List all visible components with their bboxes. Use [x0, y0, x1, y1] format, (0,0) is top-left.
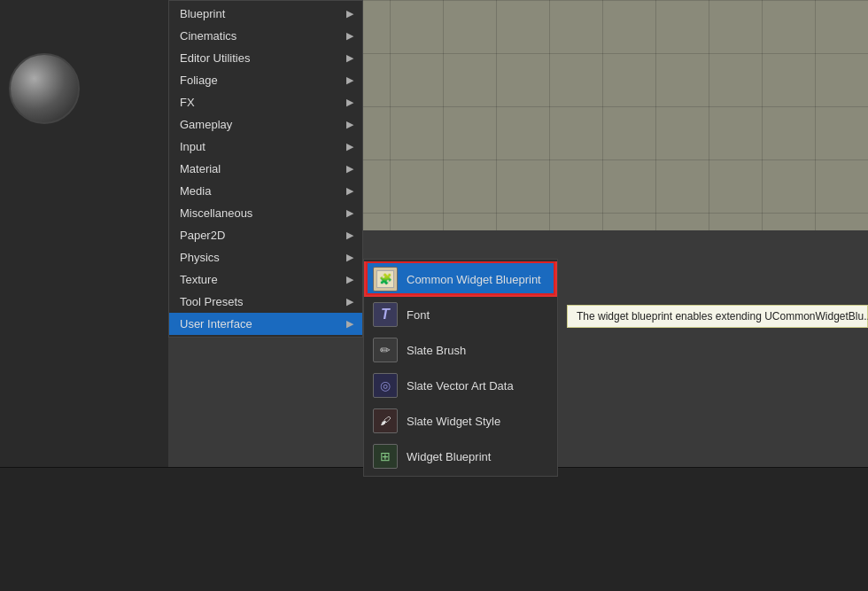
menu-item-cinematics[interactable]: Cinematics ▶	[169, 25, 362, 47]
arrow-icon: ▶	[346, 74, 353, 86]
menu-item-material[interactable]: Material ▶	[169, 158, 362, 180]
common-widget-blueprint-icon	[373, 267, 398, 292]
submenu-user-interface: Common Widget Blueprint Font Slate Brush…	[363, 259, 558, 477]
arrow-icon: ▶	[346, 141, 353, 152]
tooltip: The widget blueprint enables extending U…	[567, 305, 868, 328]
arrow-icon: ▶	[346, 229, 353, 241]
menu-item-media[interactable]: Media ▶	[169, 180, 362, 202]
arrow-icon: ▶	[346, 252, 353, 263]
menu-item-fx[interactable]: FX ▶	[169, 91, 362, 113]
font-icon	[373, 302, 398, 327]
widget-blueprint-icon	[373, 444, 398, 469]
arrow-icon: ▶	[346, 30, 353, 42]
arrow-icon: ▶	[346, 52, 353, 64]
slate-vector-icon	[373, 373, 398, 398]
arrow-icon: ▶	[346, 185, 353, 197]
arrow-icon: ▶	[346, 274, 353, 285]
main-menu: Blueprint ▶ Cinematics ▶ Editor Utilitie…	[168, 0, 363, 338]
arrow-icon: ▶	[346, 318, 353, 330]
menu-item-foliage[interactable]: Foliage ▶	[169, 69, 362, 91]
menu-item-miscellaneous[interactable]: Miscellaneous ▶	[169, 202, 362, 224]
arrow-icon: ▶	[346, 97, 353, 108]
submenu-item-font[interactable]: Font	[364, 297, 557, 332]
slate-brush-icon	[373, 338, 398, 362]
menu-item-input[interactable]: Input ▶	[169, 136, 362, 158]
menu-item-tool-presets[interactable]: Tool Presets ▶	[169, 291, 362, 313]
bottom-panel	[0, 467, 868, 591]
arrow-icon: ▶	[346, 296, 353, 307]
menu-item-editor-utilities[interactable]: Editor Utilities ▶	[169, 47, 362, 69]
menu-item-physics[interactable]: Physics ▶	[169, 246, 362, 268]
submenu-item-common-widget-blueprint[interactable]: Common Widget Blueprint	[364, 261, 557, 297]
submenu-item-widget-blueprint[interactable]: Widget Blueprint	[364, 439, 557, 474]
menu-item-gameplay[interactable]: Gameplay ▶	[169, 113, 362, 136]
submenu-item-slate-vector-art[interactable]: Slate Vector Art Data	[364, 368, 557, 403]
menu-item-user-interface[interactable]: User Interface ▶	[169, 313, 362, 335]
scene-object	[9, 53, 80, 124]
submenu-item-slate-widget-style[interactable]: Slate Widget Style	[364, 403, 557, 439]
arrow-icon: ▶	[346, 119, 353, 130]
arrow-icon: ▶	[346, 207, 353, 219]
arrow-icon: ▶	[346, 163, 353, 175]
menu-item-texture[interactable]: Texture ▶	[169, 268, 362, 291]
submenu-item-slate-brush[interactable]: Slate Brush	[364, 332, 557, 368]
menu-item-paper2d[interactable]: Paper2D ▶	[169, 224, 362, 246]
menu-item-blueprint[interactable]: Blueprint ▶	[169, 3, 362, 25]
arrow-icon: ▶	[346, 8, 353, 19]
slate-widget-style-icon	[373, 408, 398, 433]
